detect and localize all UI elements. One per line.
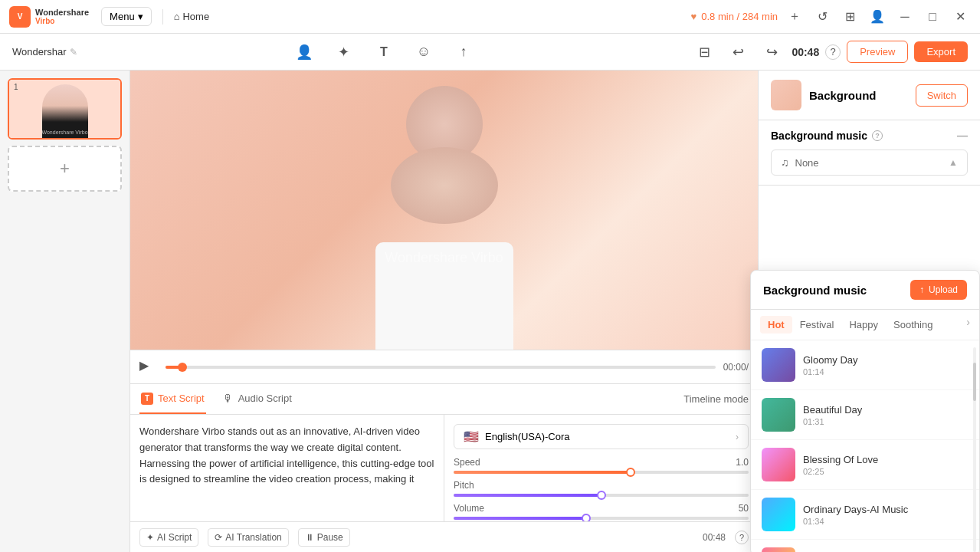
script-area: T Text Script 🎙 Audio Script Timeline mo… <box>130 383 758 552</box>
music-item-2[interactable]: Beautiful Day 01:31 <box>751 390 979 440</box>
history-button[interactable]: ↺ <box>811 6 833 28</box>
menu-button[interactable]: Menu ▾ <box>101 7 152 26</box>
scrollbar-track <box>973 347 976 552</box>
video-canvas: Wondershare Virbo <box>130 71 758 350</box>
music-section: Background music ? — ♫ None ▲ <box>759 120 980 186</box>
music-info-4: Ordinary Days-AI Music 01:34 <box>803 504 969 526</box>
music-cover-2 <box>762 398 795 432</box>
tab-soothing[interactable]: Soothing <box>886 316 940 334</box>
text-icon: T <box>141 393 153 405</box>
music-item-1[interactable]: Gloomy Day 01:14 <box>751 340 979 390</box>
pitch-slider[interactable] <box>454 494 749 497</box>
add-button[interactable]: ＋ <box>784 6 805 28</box>
ai-script-button[interactable]: ✦ AI Script <box>139 528 198 547</box>
upload-button[interactable]: ↑ Upload <box>910 280 967 300</box>
script-tabs: T Text Script 🎙 Audio Script Timeline mo… <box>130 384 758 415</box>
help-icon[interactable]: ? <box>825 44 841 60</box>
emoji-tool[interactable]: ☺ <box>410 38 438 66</box>
video-script-column: Wondershare Virbo ▶ 00:00/ T Text Script <box>130 71 758 552</box>
timecode-display: 00:48 <box>792 46 819 58</box>
tab-text-script[interactable]: T Text Script <box>139 384 206 414</box>
scrollbar-thumb[interactable] <box>973 363 976 401</box>
popup-title: Background music <box>763 284 867 297</box>
logo-icon: V <box>9 6 31 28</box>
add-scene-button[interactable]: + <box>8 146 122 192</box>
music-cover-3 <box>762 448 795 481</box>
playback-bar: ▶ 00:00/ <box>130 350 758 383</box>
main-layout: 1 Wondershare Virbo + <box>0 71 980 552</box>
music-cover-1 <box>762 348 795 382</box>
tab-hot[interactable]: Hot <box>760 316 792 334</box>
caption-tool[interactable]: ⊟ <box>690 38 718 66</box>
music-item-5[interactable]: The Day We Met Never... 01:25 <box>751 540 979 552</box>
main-content: Wondershare Virbo ▶ 00:00/ T Text Script <box>130 71 980 552</box>
ai-translation-button[interactable]: ⟳ AI Translation <box>208 528 288 547</box>
slide-number: 1 <box>14 83 18 91</box>
music-section-header: Background music ? — <box>771 130 968 142</box>
volume-slider[interactable] <box>454 517 749 520</box>
progress-dot <box>178 363 187 372</box>
more-tabs-arrow[interactable]: › <box>966 316 970 334</box>
music-item-4[interactable]: Ordinary Days-AI Music 01:34 <box>751 490 979 540</box>
avatar-shoulders <box>391 147 498 224</box>
toolbar-right: ⊟ ↩ ↪ 00:48 ? Preview Export <box>690 38 968 66</box>
logo-text: Wondershare Virbo <box>35 8 89 25</box>
panel-title: Background <box>809 89 908 102</box>
upload-tool[interactable]: ↑ <box>450 38 477 66</box>
volume-control: Volume 50 <box>454 503 749 520</box>
script-bottom-bar: ✦ AI Script ⟳ AI Translation ⏸ Pause 00:… <box>130 521 758 552</box>
timeline-mode-label: Timeline mode <box>683 393 749 405</box>
time-counter: 00:00/ <box>723 362 749 373</box>
music-list: Gloomy Day 01:14 Beautiful Day 01:31 <box>751 340 979 552</box>
undo-button[interactable]: ↩ <box>724 38 752 66</box>
music-info-1: Gloomy Day 01:14 <box>803 354 969 376</box>
music-cover-4 <box>762 498 795 531</box>
home-button[interactable]: ⌂ Home <box>174 11 210 22</box>
close-button[interactable]: ✕ <box>949 6 971 28</box>
speed-slider[interactable] <box>454 471 749 474</box>
bg-music-popup: Background music ↑ Upload Hot Festival H… <box>750 270 980 552</box>
music-info-3: Blessing Of Love 02:25 <box>803 454 969 476</box>
right-panel: Background Switch Background music ? — ♫… <box>758 71 980 552</box>
maximize-button[interactable]: □ <box>922 6 943 28</box>
play-button[interactable]: ▶ <box>139 358 158 376</box>
music-none-selector[interactable]: ♫ None ▲ <box>771 150 968 176</box>
progress-bar[interactable] <box>166 366 716 369</box>
speed-control: Speed 1.0 <box>454 457 749 474</box>
script-content: Wondershare Virbo stands out as an innov… <box>130 415 758 521</box>
pitch-control: Pitch <box>454 480 749 497</box>
pause-button[interactable]: ⏸ Pause <box>298 528 350 547</box>
time-display: ♥ 0.8 min / 284 min <box>691 11 778 22</box>
help-bottom-icon[interactable]: ? <box>735 531 749 544</box>
avatar-container <box>130 71 758 350</box>
tab-happy[interactable]: Happy <box>841 316 886 334</box>
sticker-tool[interactable]: ✦ <box>330 38 358 66</box>
script-text[interactable]: Wondershare Virbo stands out as an innov… <box>130 415 444 521</box>
music-info-icon[interactable]: ? <box>872 130 883 141</box>
export-button[interactable]: Export <box>914 41 968 62</box>
project-name: Wondershar ✎ <box>12 46 77 58</box>
voice-language-selector[interactable]: 🇺🇸 English(USA)-Cora › <box>454 424 749 449</box>
slide-thumbnail-1[interactable]: 1 Wondershare Virbo <box>8 78 122 140</box>
thumb-content: Wondershare Virbo <box>9 80 120 138</box>
tab-audio-script[interactable]: 🎙 Audio Script <box>221 384 293 414</box>
divider <box>162 9 163 25</box>
user-button[interactable]: 👤 <box>867 6 888 28</box>
logo: V Wondershare Virbo <box>9 6 89 28</box>
music-info-2: Beautiful Day 01:31 <box>803 404 969 426</box>
tab-festival[interactable]: Festival <box>792 316 842 334</box>
preview-button[interactable]: Preview <box>847 41 908 63</box>
minimize-button[interactable]: ─ <box>894 6 916 28</box>
bottom-timecode: 00:48 <box>703 532 726 543</box>
toolbar-center: 👤 ✦ T ☺ ↑ <box>286 38 482 66</box>
text-tool[interactable]: T <box>370 38 398 66</box>
panel-header: Background Switch <box>759 71 980 120</box>
collapse-icon[interactable]: — <box>957 130 968 142</box>
avatar-tool[interactable]: 👤 <box>290 38 318 66</box>
grid-button[interactable]: ⊞ <box>839 6 860 28</box>
background-thumbnail <box>771 80 801 110</box>
redo-button[interactable]: ↪ <box>758 38 785 66</box>
music-item-3[interactable]: Blessing Of Love 02:25 <box>751 440 979 490</box>
music-cover-5 <box>762 547 795 552</box>
switch-button[interactable]: Switch <box>916 84 968 107</box>
